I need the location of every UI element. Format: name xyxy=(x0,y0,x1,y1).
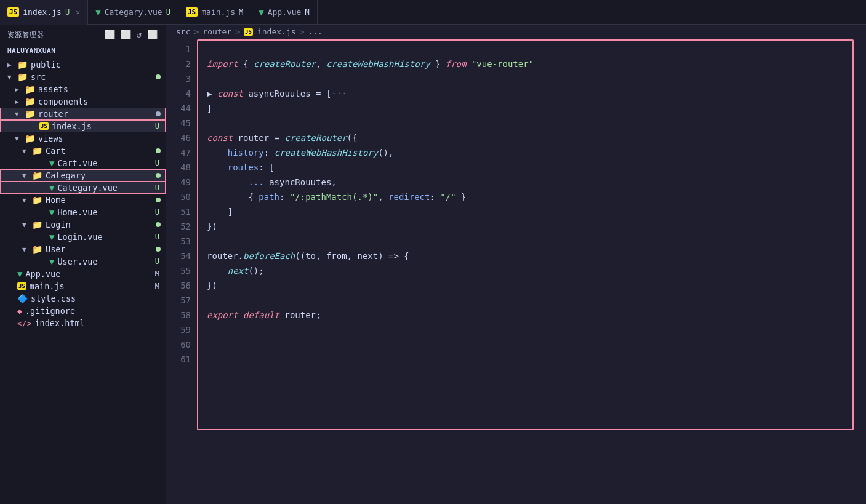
folder-icon: 📁 xyxy=(32,220,42,230)
vue-file-icon: ▼ xyxy=(49,158,54,168)
sidebar-item-components[interactable]: ▶ 📁 components xyxy=(0,95,166,108)
new-file-icon[interactable]: ⬜ xyxy=(105,30,116,39)
tab-main-js[interactable]: JS main.js M xyxy=(178,0,251,25)
vue-file-icon: ▼ xyxy=(17,269,22,279)
item-label: User xyxy=(46,244,66,254)
modified-dot xyxy=(156,198,161,202)
modified-dot xyxy=(156,222,161,227)
tab-close-icon[interactable]: ✕ xyxy=(76,8,80,17)
sidebar: 资源管理器 ⬜ ⬜ ↺ ⬜ MALUYANXUAN ▶ 📁 public ▼ 📁… xyxy=(0,25,166,504)
sidebar-item-login-vue[interactable]: ▼ Login.vue U xyxy=(0,231,166,243)
refresh-icon[interactable]: ↺ xyxy=(137,30,142,39)
code-line-54: router.beforeEach((to, from, next) => { xyxy=(197,249,866,263)
item-label: Categary.vue xyxy=(57,183,118,193)
vue-file-icon: ▼ xyxy=(49,207,54,217)
badge-u: U xyxy=(155,208,159,217)
sidebar-item-cart-vue[interactable]: ▼ Cart.vue U xyxy=(0,157,166,169)
tab-app-vue[interactable]: ▼ App.vue M xyxy=(251,0,317,25)
sidebar-item-cart[interactable]: ▼ 📁 Cart xyxy=(0,145,166,157)
code-content[interactable]: import { createRouter, createWebHashHist… xyxy=(197,39,866,504)
arrow-icon: ▼ xyxy=(15,110,25,118)
arrow-icon: ▼ xyxy=(22,246,32,254)
tab-index-js[interactable]: JS index.js U ✕ xyxy=(0,0,88,25)
code-line-48: routes: [ xyxy=(197,160,866,175)
vue-file-icon: ▼ xyxy=(49,183,54,193)
tab-modified-u: U xyxy=(65,8,70,17)
css-file-icon: 🔷 xyxy=(17,294,28,303)
new-folder-icon[interactable]: ⬜ xyxy=(121,30,132,39)
code-line-46: const router = createRouter({ xyxy=(197,130,866,145)
code-line-44: ] xyxy=(197,101,866,116)
sidebar-item-public[interactable]: ▶ 📁 public xyxy=(0,58,166,71)
sidebar-item-categary[interactable]: ▼ 📁 Categary xyxy=(0,169,166,182)
badge-u: U xyxy=(155,257,159,266)
arrow-icon: ▼ xyxy=(22,196,32,204)
workspace-label: MALUYANXUAN xyxy=(0,44,166,58)
sidebar-item-main-js[interactable]: JS main.js M xyxy=(0,280,166,292)
sidebar-item-home[interactable]: ▼ 📁 Home xyxy=(0,194,166,206)
tab-label: Categary.vue xyxy=(105,7,162,17)
item-label: .gitignore xyxy=(25,306,75,316)
sidebar-item-home-vue[interactable]: ▼ Home.vue U xyxy=(0,206,166,218)
sidebar-item-app-vue[interactable]: ▼ App.vue M xyxy=(0,268,166,280)
code-line-55: next(); xyxy=(197,263,866,278)
sidebar-item-user[interactable]: ▼ 📁 User xyxy=(0,243,166,255)
badge-u: U xyxy=(155,183,159,192)
main-layout: 资源管理器 ⬜ ⬜ ↺ ⬜ MALUYANXUAN ▶ 📁 public ▼ 📁… xyxy=(0,25,866,504)
breadcrumb-sep3: > xyxy=(300,27,305,36)
folder-icon: 📁 xyxy=(32,244,42,254)
editor-area: src > router > JS index.js > ... 1 2 3 4… xyxy=(166,25,866,504)
folder-icon: 📁 xyxy=(32,170,42,180)
badge-m: M xyxy=(155,270,159,278)
item-label: public xyxy=(31,60,61,70)
arrow-icon: ▼ xyxy=(7,73,17,81)
git-icon: ◆ xyxy=(17,306,22,316)
folder-icon: 📁 xyxy=(32,195,42,205)
code-line-57 xyxy=(197,293,866,308)
code-line-58: export default router; xyxy=(197,308,866,322)
folder-icon: 📁 xyxy=(25,134,35,143)
code-line-1 xyxy=(197,42,866,57)
item-label: assets xyxy=(38,84,68,94)
sidebar-item-login[interactable]: ▼ 📁 Login xyxy=(0,218,166,231)
badge-u: U xyxy=(155,159,159,167)
sidebar-item-gitignore[interactable]: ◆ .gitignore xyxy=(0,305,166,317)
vue-icon: ▼ xyxy=(95,7,100,17)
sidebar-item-categary-vue[interactable]: ▼ Categary.vue U xyxy=(0,182,166,194)
breadcrumb-js-badge: JS xyxy=(244,28,253,36)
folder-icon: 📁 xyxy=(32,146,42,156)
js-file-icon: JS xyxy=(39,122,49,130)
modified-dot xyxy=(156,74,161,79)
breadcrumb-src: src xyxy=(176,27,190,36)
sidebar-item-index-html[interactable]: </> index.html xyxy=(0,317,166,329)
sidebar-item-router[interactable]: ▼ 📁 router xyxy=(0,108,166,120)
sidebar-item-index-js[interactable]: JS index.js U xyxy=(0,120,166,132)
sidebar-item-src[interactable]: ▼ 📁 src xyxy=(0,71,166,83)
folder-icon: 📁 xyxy=(25,97,35,106)
modified-dot xyxy=(156,247,161,252)
sidebar-item-assets[interactable]: ▶ 📁 assets xyxy=(0,83,166,95)
tab-label: index.js xyxy=(23,7,62,17)
code-line-50: { path: "/:pathMatch(.*)", redirect: "/"… xyxy=(197,190,866,204)
sidebar-item-user-vue[interactable]: ▼ User.vue U xyxy=(0,255,166,268)
item-label: Home.vue xyxy=(57,207,97,217)
sidebar-title-bar: 资源管理器 ⬜ ⬜ ↺ ⬜ xyxy=(0,25,166,44)
item-label: Login.vue xyxy=(57,232,102,242)
tab-categary-vue[interactable]: ▼ Categary.vue U xyxy=(88,0,178,25)
breadcrumb-sep2: > xyxy=(235,27,240,36)
item-label: Login xyxy=(46,220,71,230)
js-icon2: JS xyxy=(186,7,198,17)
js-file-icon: JS xyxy=(17,282,26,290)
item-label: App.vue xyxy=(25,269,60,279)
js-icon: JS xyxy=(7,7,19,17)
sidebar-item-style-css[interactable]: 🔷 style.css xyxy=(0,292,166,305)
item-label: src xyxy=(31,72,46,82)
item-label: views xyxy=(38,134,63,143)
tab-label: App.vue xyxy=(268,7,302,17)
code-line-49: ... asyncRouutes, xyxy=(197,175,866,190)
breadcrumb-file: index.js xyxy=(257,27,296,36)
breadcrumb-sep1: > xyxy=(194,27,199,36)
collapse-icon[interactable]: ⬜ xyxy=(147,30,158,39)
sidebar-item-views[interactable]: ▼ 📁 views xyxy=(0,132,166,145)
arrow-icon: ▶ xyxy=(7,61,17,69)
